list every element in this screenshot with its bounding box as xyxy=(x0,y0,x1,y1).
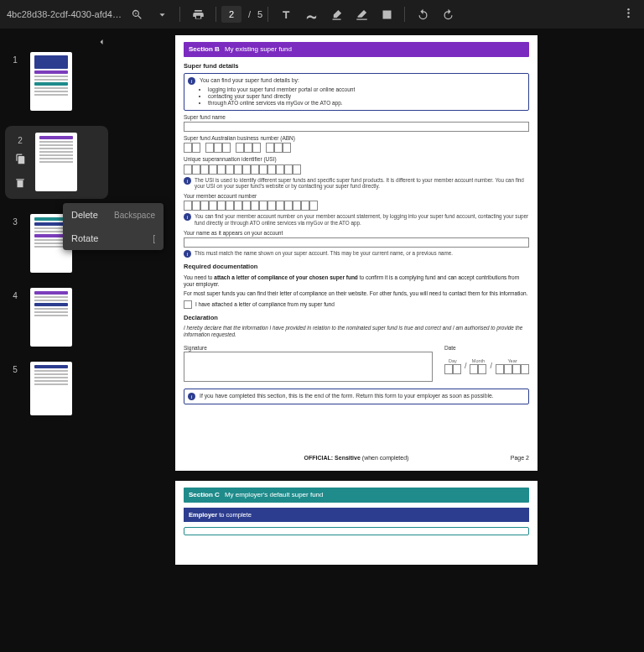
zoom-dropdown-icon[interactable] xyxy=(149,2,174,27)
abn-input[interactable] xyxy=(184,142,529,153)
text-tool-icon[interactable] xyxy=(273,2,299,27)
delete-page-icon[interactable] xyxy=(14,177,26,192)
thumbnail-sidebar: 1 2 3 xyxy=(0,29,113,652)
info-icon: i xyxy=(184,213,191,221)
signature-label: Signature xyxy=(184,345,433,352)
required-doc-heading: Required documentation xyxy=(184,263,529,270)
account-name-label: Your name as it appears on your account xyxy=(184,230,529,237)
info-icon: i xyxy=(188,77,195,85)
zoom-icon[interactable] xyxy=(124,2,149,27)
date-label: Date xyxy=(444,345,529,352)
more-icon[interactable] xyxy=(615,0,641,25)
compliance-checkbox-row[interactable]: I have attached a letter of compliance f… xyxy=(184,300,529,309)
info-icon: i xyxy=(184,177,191,185)
info-icon: i xyxy=(184,250,191,258)
thumbnail-context-menu: DeleteBackspace Rotate[ xyxy=(63,203,164,250)
draw-tool-icon[interactable] xyxy=(299,2,324,27)
pdf-page-3: Section CMy employer's default super fun… xyxy=(175,481,538,565)
end-of-section-note: i If you have completed this section, th… xyxy=(184,389,529,404)
svg-point-1 xyxy=(627,12,630,14)
section-c-info xyxy=(184,527,529,535)
ctx-rotate[interactable]: Rotate[ xyxy=(63,227,164,250)
section-c-header: Section CMy employer's default super fun… xyxy=(184,488,529,503)
member-note: iYou can find your member account number… xyxy=(184,213,529,227)
employer-complete-bar: Employer to complete xyxy=(184,508,529,522)
redo-icon[interactable] xyxy=(435,2,460,27)
svg-point-0 xyxy=(627,8,630,10)
usi-input[interactable] xyxy=(184,164,529,175)
image-tool-icon[interactable] xyxy=(374,2,399,27)
thumb-number: 3 xyxy=(0,214,30,227)
erase-tool-icon[interactable] xyxy=(349,2,374,27)
usi-label: Unique superannuation identifier (USI) xyxy=(184,156,529,163)
copy-page-icon[interactable] xyxy=(14,154,26,169)
thumb-number: 4 xyxy=(0,288,30,300)
fund-name-label: Super fund name xyxy=(184,114,529,121)
abn-label: Super fund Australian business number (A… xyxy=(184,135,529,142)
page-total: 5 xyxy=(257,9,262,19)
page-footer: OFFICIAL: Sensitive (when completed) Pag… xyxy=(184,455,529,462)
fund-name-input[interactable] xyxy=(184,122,529,132)
highlight-tool-icon[interactable] xyxy=(324,2,349,27)
name-note: iThis must match the name shown on your … xyxy=(184,250,529,258)
file-name: 4bc28d38-2cdf-4030-afd4-53efa74e51e4.p xyxy=(7,9,124,19)
pdf-toolbar: 4bc28d38-2cdf-4030-afd4-53efa74e51e4.p /… xyxy=(0,0,644,29)
page-thumbnail-4[interactable] xyxy=(30,288,72,347)
date-input[interactable]: Day / Month / Year xyxy=(444,358,529,374)
page-thumbnail-5[interactable] xyxy=(30,362,72,415)
collapse-sidebar-icon[interactable] xyxy=(96,35,106,50)
page-separator: / xyxy=(248,9,251,19)
print-icon[interactable] xyxy=(185,2,210,27)
page-thumbnail-1[interactable] xyxy=(30,52,72,111)
thumb-number: 1 xyxy=(0,52,30,65)
member-number-input[interactable] xyxy=(184,201,529,211)
section-b-header: Section BMy existing super fund xyxy=(184,42,529,57)
undo-icon[interactable] xyxy=(410,2,435,27)
usi-note: iThe USI is used to identify different s… xyxy=(184,177,529,190)
member-number-label: Your member account number xyxy=(184,193,529,200)
pdf-page-2: Section BMy existing super fund Super fu… xyxy=(175,35,538,471)
page-viewport[interactable]: Section BMy existing super fund Super fu… xyxy=(113,29,644,652)
info-icon: i xyxy=(188,393,195,400)
checkbox-icon[interactable] xyxy=(184,300,192,309)
doc-text-2: For most super funds you can find their … xyxy=(184,290,529,297)
svg-point-2 xyxy=(627,15,630,18)
super-fund-details-heading: Super fund details xyxy=(184,62,529,70)
declaration-text: I hereby declare that the information I … xyxy=(184,325,529,338)
thumb-number: 5 xyxy=(0,362,30,374)
page-thumbnail-2[interactable] xyxy=(35,133,77,191)
page-number-input[interactable] xyxy=(221,6,242,23)
page-number-label: Page 2 xyxy=(511,455,529,462)
fund-details-info: i You can find your super fund details b… xyxy=(184,73,529,111)
declaration-heading: Declaration xyxy=(184,314,529,321)
signature-input[interactable] xyxy=(184,352,433,382)
ctx-delete[interactable]: DeleteBackspace xyxy=(63,203,164,227)
account-name-input[interactable] xyxy=(184,237,529,248)
doc-text-1: You need to attach a letter of complianc… xyxy=(184,274,529,288)
thumb-number: 2 xyxy=(18,136,23,145)
